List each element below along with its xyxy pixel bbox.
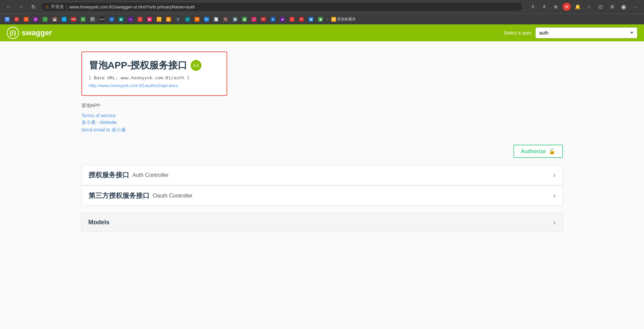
bookmark-half[interactable]: ◐ <box>164 16 173 22</box>
auth-controller-section[interactable]: 授权服务接口 Auth Controller › <box>81 165 563 185</box>
bookmark-half-icon: ◐ <box>166 17 171 22</box>
bookmarks-star[interactable]: ☆ <box>584 2 594 12</box>
bookmark-3[interactable]: X <box>22 16 31 22</box>
bookmarks-bar: 译 C X ⊕ → ☕ ⬡ NBA G 🔍 GH M ◉ ∞ X ▶ 🔑 <box>0 14 644 24</box>
oauth-controller-section[interactable]: 第三方授权服务接口 Oauth Controller › <box>81 186 563 206</box>
bookmark-jd[interactable]: JD <box>297 16 306 22</box>
bookmark-6[interactable]: ☕ <box>50 16 59 22</box>
email-link[interactable]: Send email to 袁小康 <box>81 127 563 133</box>
settings-button[interactable]: ⚙ <box>607 2 617 12</box>
profile-button[interactable]: Ａ <box>528 2 538 12</box>
browser-actions: Ａ Ａ ⊕ M 🔔 ☆ ⊡ ⚙ ◉ ··· <box>528 2 640 12</box>
bookmark-mi[interactable]: Mi <box>193 16 201 22</box>
bookmark-translate[interactable]: 译 <box>3 16 12 22</box>
authorize-area: Authorize 🔓 <box>75 145 570 165</box>
extensions-button[interactable]: ⊕ <box>551 2 561 12</box>
bookmark-green-circle-icon: ◉ <box>242 17 247 22</box>
swagger-logo-icon: {/} <box>7 27 19 39</box>
account-circle[interactable]: ◉ <box>619 2 628 12</box>
bookmark-j[interactable]: J <box>288 16 296 22</box>
bookmark-99-icon: 99+ <box>261 17 266 22</box>
auth-controller-title-en: Auth Controller <box>133 172 169 178</box>
oauth-controller-header[interactable]: 第三方授权服务接口 Oauth Controller › <box>82 186 563 206</box>
bookmark-diamond[interactable]: ◈ <box>278 16 287 22</box>
bookmark-99[interactable]: 99+ <box>259 16 268 22</box>
bookmark-nba-icon: NBA <box>71 17 76 22</box>
bookmark-g[interactable]: G <box>79 16 87 22</box>
bookmark-7[interactable]: ⬡ <box>60 16 69 22</box>
bookmark-search-icon: 🔍 <box>90 17 95 22</box>
bookmark-diamond-icon: ◈ <box>280 17 285 22</box>
forward-button[interactable]: → <box>16 2 26 12</box>
bookmark-m[interactable]: M <box>107 16 116 22</box>
bookmark-search[interactable]: 🔍 <box>88 16 97 22</box>
warning-text: 不安全 <box>51 4 64 10</box>
bookmark-k[interactable]: K <box>174 16 182 22</box>
reload-button[interactable]: ↻ <box>28 2 38 12</box>
bookmark-nba[interactable]: NBA <box>69 16 78 22</box>
bookmark-4-icon: ⊕ <box>33 17 38 22</box>
bookmark-gh[interactable]: GH <box>98 16 106 22</box>
bookmark-rocket[interactable]: 🚀 <box>250 16 258 22</box>
bookmark-folder-label: 其他收藏夹 <box>337 17 356 22</box>
bookmark-inf[interactable]: ∞ <box>126 16 135 22</box>
translate-button[interactable]: Ａ <box>540 2 549 12</box>
terms-of-service-link[interactable]: Terms of service <box>81 113 563 118</box>
bookmark-2[interactable]: C <box>12 16 21 22</box>
swagger-header: {/} swagger Select a spec auth <box>0 24 644 41</box>
oauth-controller-title-en: Oauth Controller <box>153 193 193 199</box>
bookmark-doc[interactable]: 📄 <box>212 16 220 22</box>
auth-controller-chevron: › <box>553 171 556 179</box>
bookmark-x2-icon: X <box>138 17 142 22</box>
bookmark-7-icon: ⬡ <box>62 17 66 22</box>
bookmark-play-icon: ▶ <box>147 17 152 22</box>
models-section[interactable]: Models › <box>81 213 563 232</box>
api-title-row: 冒泡APP-授权服务接口 1.1 <box>89 59 220 72</box>
bookmark-5-icon: → <box>43 17 47 22</box>
bookmark-on[interactable]: On <box>202 16 211 22</box>
bookmark-circle[interactable]: ◉ <box>117 16 125 22</box>
notifications-button[interactable]: 🔔 <box>573 2 582 12</box>
swagger-logo-text: swagger <box>22 28 52 37</box>
back-button[interactable]: ← <box>4 2 14 12</box>
bookmark-k-icon: K <box>176 17 180 22</box>
spec-select[interactable]: auth <box>535 27 637 38</box>
bookmark-x2[interactable]: X <box>136 16 144 22</box>
bookmark-folder-icon: 📁 <box>331 17 336 22</box>
address-bar[interactable]: ⚠ 不安全 | www.honeyyxk.com:81/swagger-ui.h… <box>41 2 523 12</box>
api-info-box: 冒泡APP-授权服务接口 1.1 [ Base URL: www.honeyyx… <box>81 52 227 96</box>
collections-button[interactable]: ⊡ <box>596 2 605 12</box>
bookmark-dot[interactable]: ⊙ <box>183 16 192 22</box>
api-subtitle: 冒泡APP <box>81 103 563 109</box>
oauth-controller-title-group: 第三方授权服务接口 Oauth Controller <box>89 191 193 200</box>
bookmark-blue-circle-icon: ⊕ <box>271 17 275 22</box>
more-menu[interactable]: ··· <box>630 2 640 12</box>
api-docs-link[interactable]: http://www.honeyyxk.com:81/auth/v2/api-d… <box>89 83 178 88</box>
bookmark-inf-icon: ∞ <box>128 17 133 22</box>
bookmark-5[interactable]: → <box>41 16 50 22</box>
bookmark-play[interactable]: ▶ <box>145 16 154 22</box>
bookmark-blue-circle[interactable]: ⊕ <box>269 16 277 22</box>
swagger-logo-symbol: {/} <box>9 29 16 37</box>
bookmark-4[interactable]: ⊕ <box>31 16 40 22</box>
bookmark-folder[interactable]: 📁 其他收藏夹 <box>329 16 358 22</box>
url-text: www.honeyyxk.com:81/swagger-ui.html?urls… <box>69 4 195 9</box>
auth-controller-header[interactable]: 授权服务接口 Auth Controller › <box>82 165 563 185</box>
bookmark-key[interactable]: 🔑 <box>155 16 163 22</box>
oauth-controller-chevron: › <box>553 192 556 200</box>
bookmark-grid[interactable]: ▦ <box>307 16 315 22</box>
oauth-controller-title-cn: 第三方授权服务接口 <box>89 191 150 200</box>
bookmark-b[interactable]: B <box>221 16 230 22</box>
bookmark-sq[interactable]: ▣ <box>231 16 239 22</box>
bookmark-gh-icon: GH <box>100 17 104 22</box>
authorize-button[interactable]: Authorize 🔓 <box>513 145 563 158</box>
auth-controller-title-cn: 授权服务接口 <box>89 170 129 180</box>
user-avatar[interactable]: M <box>563 3 571 11</box>
bookmark-key-icon: 🔑 <box>157 17 161 22</box>
website-link[interactable]: 袁小康 - Website <box>81 120 563 126</box>
auth-controller-title-group: 授权服务接口 Auth Controller <box>89 170 169 180</box>
bookmark-green-circle[interactable]: ◉ <box>240 16 249 22</box>
bookmark-leaf[interactable]: ◆ <box>316 16 325 22</box>
models-header[interactable]: Models › <box>82 213 563 232</box>
bookmark-mi-icon: Mi <box>195 17 199 22</box>
